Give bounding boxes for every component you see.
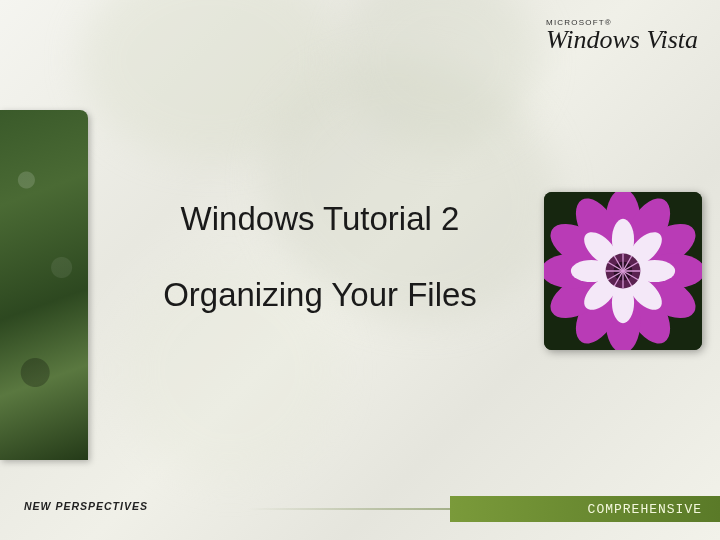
slide-subtitle: Organizing Your Files (110, 276, 530, 314)
title-block: Windows Tutorial 2 Organizing Your Files (110, 200, 530, 314)
flower-icon (544, 192, 702, 350)
series-label: NEW PERSPECTIVES (24, 500, 148, 512)
branding-block: MICROSOFT® Windows Vista (546, 18, 698, 55)
left-decorative-panel (0, 110, 88, 460)
slide-title: Windows Tutorial 2 (110, 200, 530, 238)
footer-level-label: COMPREHENSIVE (588, 502, 702, 517)
branding-product: Windows Vista (546, 25, 698, 55)
flower-thumbnail (544, 192, 702, 350)
footer-bar: COMPREHENSIVE (450, 496, 720, 522)
footer-divider (0, 508, 450, 510)
